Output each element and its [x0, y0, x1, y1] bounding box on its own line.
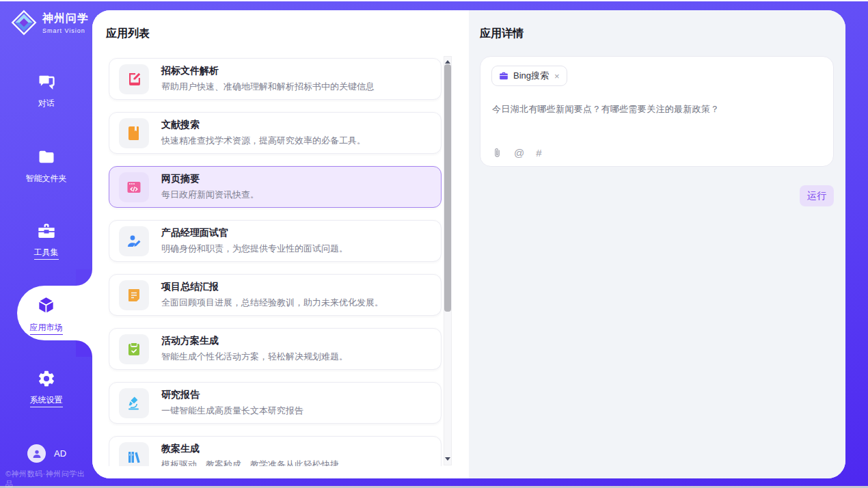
app-card[interactable]: 网页摘要 每日政府新闻资讯快查。 — [109, 166, 442, 208]
brand-subtitle: Smart Vision — [42, 27, 89, 34]
app-card-description: 智能生成个性化活动方案，轻松解决规划难题。 — [161, 351, 348, 363]
app-card-title: 研究报告 — [161, 389, 303, 401]
brand-name: 神州问学 — [42, 12, 89, 26]
folder-icon — [37, 157, 56, 169]
sidebar-item-folder[interactable]: 智能文件夹 — [0, 148, 92, 185]
app-card-description: 快速精准查找学术资源，提高研究效率的必备工具。 — [161, 135, 366, 147]
chip-close-icon[interactable]: × — [554, 71, 560, 81]
user-account[interactable]: AD — [27, 444, 66, 463]
briefcase-icon — [499, 71, 508, 81]
app-card-description: 全面回顾项目进展，总结经验教训，助力未来优化发展。 — [161, 297, 383, 309]
run-button[interactable]: 运行 — [800, 185, 834, 206]
sidebar-item-cube[interactable]: 应用市场 — [0, 295, 92, 335]
app-list: 招标文件解析 帮助用户快速、准确地理解和解析招标书中的关键信息 文献搜索 快速精… — [109, 56, 442, 466]
sidebar-item-label: 系统设置 — [30, 394, 63, 407]
app-list-title: 应用列表 — [106, 27, 150, 41]
sidebar-item-label: 智能文件夹 — [26, 173, 67, 185]
app-detail-panel: 应用详情 Bing搜索 × 今日湖北有哪些新闻要点？有哪些需要关注的最新政策？ … — [469, 10, 845, 478]
interviewer-icon — [119, 226, 149, 256]
app-card-title: 项目总结汇报 — [161, 281, 383, 293]
copyright-footer: ©神州数码·神州问学出品 — [5, 469, 92, 488]
book-icon — [119, 118, 149, 148]
app-card[interactable]: 产品经理面试官 明确身份和职责，为您提供专业性的面试问题。 — [109, 220, 442, 262]
app-card-description: 模板驱动，教案秒成，教学准备从此轻松快捷 — [161, 459, 339, 466]
app-card-title: 文献搜索 — [161, 119, 366, 131]
scrollbar-thumb[interactable] — [444, 64, 451, 312]
sidebar-item-toolbox[interactable]: 工具集 — [0, 221, 92, 260]
brand-logo: 神州问学 Smart Vision — [10, 8, 89, 37]
app-list-panel: 应用列表 招标文件解析 帮助用户快速、准确地理解和解析招标书中的关键信息 文献搜… — [92, 10, 469, 478]
memo-icon — [119, 280, 149, 310]
app-card-description: 一键智能生成高质量长文本研究报告 — [161, 405, 303, 417]
app-card-title: 网页摘要 — [161, 173, 259, 185]
toolbox-icon — [37, 231, 56, 243]
gear-icon — [37, 379, 56, 390]
app-list-scrollbar[interactable] — [444, 56, 452, 465]
person-icon — [31, 448, 42, 459]
main-content: 应用列表 招标文件解析 帮助用户快速、准确地理解和解析招标书中的关键信息 文献搜… — [92, 10, 845, 478]
app-card[interactable]: 教案生成 模板驱动，教案秒成，教学准备从此轻松快捷 — [109, 436, 442, 466]
pill-curve-bottom — [76, 340, 92, 357]
sidebar-item-label: 工具集 — [34, 247, 59, 260]
browser-code-icon — [119, 172, 149, 202]
books-icon — [119, 442, 149, 467]
query-text: 今日湖北有哪些新闻要点？有哪些需要关注的最新政策？ — [492, 103, 720, 116]
sidebar-item-gear[interactable]: 系统设置 — [0, 369, 92, 407]
diamond-logo-icon — [10, 8, 38, 37]
app-card-description: 明确身份和职责，为您提供专业性的面试问题。 — [161, 243, 348, 255]
sidebar-item-chat[interactable]: 对话 — [0, 72, 92, 109]
microscope-icon — [119, 388, 149, 418]
app-card[interactable]: 活动方案生成 智能生成个性化活动方案，轻松解决规划难题。 — [109, 328, 442, 370]
app-card-description: 每日政府新闻资讯快查。 — [161, 189, 259, 201]
query-input-card[interactable]: Bing搜索 × 今日湖北有哪些新闻要点？有哪些需要关注的最新政策？ @ # — [480, 56, 834, 167]
attachment-toolbar: @ # — [492, 147, 542, 159]
app-card-title: 活动方案生成 — [161, 335, 348, 347]
clipboard-check-icon — [119, 334, 149, 364]
app-detail-title: 应用详情 — [480, 27, 524, 41]
app-card-title: 招标文件解析 — [161, 65, 375, 77]
sidebar-item-label: 对话 — [38, 98, 55, 109]
scroll-down-arrow-icon[interactable] — [444, 455, 451, 463]
sidebar: 神州问学 Smart Vision 对话 智能文件夹 工具集 系统设置 应用市场 — [0, 1, 92, 486]
edit-icon — [119, 64, 149, 94]
tool-chip-bing-search[interactable]: Bing搜索 × — [491, 66, 567, 86]
app-card[interactable]: 研究报告 一键智能生成高质量长文本研究报告 — [109, 382, 442, 424]
app-card[interactable]: 文献搜索 快速精准查找学术资源，提高研究效率的必备工具。 — [109, 112, 442, 154]
sidebar-item-label: 应用市场 — [30, 322, 63, 335]
app-card-description: 帮助用户快速、准确地理解和解析招标书中的关键信息 — [161, 81, 375, 93]
avatar[interactable] — [27, 444, 46, 463]
tool-chip-label: Bing搜索 — [513, 70, 549, 82]
hash-icon[interactable]: # — [536, 147, 541, 159]
user-initials: AD — [54, 448, 66, 459]
at-icon[interactable]: @ — [514, 147, 524, 159]
paperclip-icon[interactable] — [492, 148, 502, 158]
app-card-title: 产品经理面试官 — [161, 227, 348, 239]
app-card[interactable]: 招标文件解析 帮助用户快速、准确地理解和解析招标书中的关键信息 — [109, 58, 442, 100]
cube-icon — [36, 306, 57, 318]
chat-icon — [37, 82, 56, 94]
app-card-title: 教案生成 — [161, 443, 339, 455]
app-card[interactable]: 项目总结汇报 全面回顾项目进展，总结经验教训，助力未来优化发展。 — [109, 274, 442, 316]
pill-curve-top — [76, 269, 92, 286]
